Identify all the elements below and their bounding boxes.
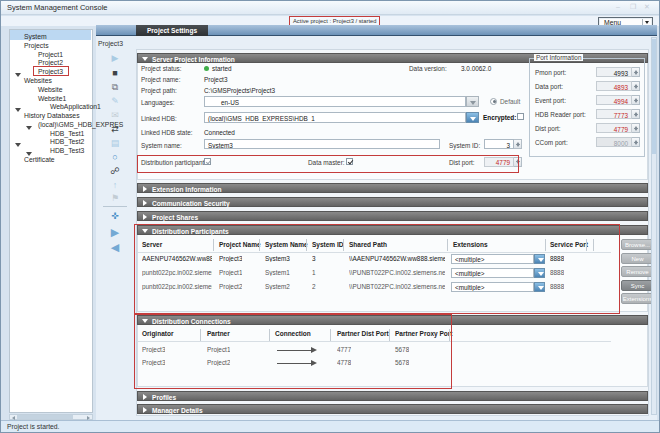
tree-item-hdb-test1[interactable]: HDB_Test1 [50,130,84,137]
event-port-input[interactable]: 4994 [596,95,632,105]
col-system-id[interactable]: System ID [312,241,343,248]
tree-item-system[interactable]: System [24,33,47,40]
extensions-combo[interactable]: <multiple> [451,282,534,292]
extensions-combo[interactable]: <multiple> [451,254,534,264]
dist-port-info-spinner[interactable] [632,123,640,133]
ccom-port-spinner[interactable] [632,137,640,147]
stop-project-icon[interactable]: ■ [100,68,130,78]
tree-item-projects[interactable]: Projects [24,42,49,49]
scroll-left-icon[interactable] [12,416,15,420]
tree-item-webapplication1[interactable]: WebApplication1 [50,103,101,110]
sync-button[interactable]: Sync [621,280,654,291]
col-connection[interactable]: Connection [275,330,311,337]
data-port-input[interactable]: 4893 [596,81,632,91]
col-partner[interactable]: Partner [207,330,230,337]
extensions-dropdown-icon[interactable] [534,254,545,264]
tree-expand-icon[interactable] [26,126,32,130]
tree-item-hdb-test3[interactable]: HDB_Test3 [50,147,84,154]
refresh-icon[interactable]: ○ [100,152,130,162]
system-tree: System Projects Project1 Project2 Projec… [9,29,93,413]
remove-button[interactable]: Remove [621,266,654,277]
new-button[interactable]: New [621,253,654,264]
tree-item-history-databases[interactable]: History Databases [24,112,80,119]
col-server[interactable]: Server [142,241,162,248]
scroll-right-icon[interactable] [87,416,90,420]
scrollbar-thumb[interactable] [652,39,656,154]
message-icon[interactable]: ✉ [100,110,130,120]
tree-item-project3[interactable]: Project3 [38,68,63,75]
close-icon[interactable]: ✕ [644,3,650,11]
hdb-reader-port-spinner[interactable] [632,109,640,119]
tree-item-website[interactable]: Website [38,86,62,93]
upload-icon[interactable]: ↑ [100,180,130,190]
minimize-icon[interactable]: – [616,3,620,10]
copy-project-icon[interactable]: ⧉ [100,82,130,92]
col-system-name[interactable]: System Name [265,241,308,248]
col-extensions[interactable]: Extensions [453,241,488,248]
pmon-port-spinner[interactable] [632,67,640,77]
section-profiles[interactable]: Profiles [137,391,648,401]
history-back-icon[interactable]: ◀ [100,242,130,252]
browse-button[interactable]: Browse... [621,239,654,250]
linked-hdb-combo[interactable]: (local)\GMS_HDB_EXPRESS\HDB_1 [204,112,466,123]
pmon-port-input[interactable]: 4993 [596,67,632,77]
section-communication-security[interactable]: Communication Security [137,197,648,207]
system-id-input[interactable]: 3 [484,139,514,149]
system-name-input[interactable]: System3 [204,139,440,149]
section-manager-details[interactable]: Manager Details [137,404,648,414]
tree-item-project1[interactable]: Project1 [38,51,63,58]
extensions-dropdown-icon[interactable] [534,282,545,292]
tree-expand-icon[interactable] [15,73,21,77]
col-originator[interactable]: Originator [142,330,173,337]
tree-item-websites[interactable]: Websites [24,77,52,84]
tree-horizontal-scrollbar[interactable] [9,414,93,420]
section-distribution-connections[interactable]: Distribution Connections [137,315,648,325]
distribution-participant-checkbox[interactable] [204,158,211,165]
share-icon[interactable]: ☍ [100,166,130,176]
tree-item-certificate[interactable]: Certificate [24,156,55,163]
section-extension-information[interactable]: Extension Information [137,183,648,193]
section-project-shares[interactable]: Project Shares [137,211,648,221]
tree-item-website1[interactable]: Website1 [38,95,66,102]
extensions-combo[interactable]: <multiple> [451,268,534,278]
system-id-spinner[interactable] [514,139,522,149]
vertical-scrollbar[interactable] [651,37,657,415]
linked-hdb-dropdown-icon[interactable] [466,112,479,123]
ccom-port-input[interactable]: 8000 [596,137,632,147]
compare-icon[interactable]: ⇄ [100,124,130,134]
connection-arrow-icon [277,350,311,351]
dist-port-spinner[interactable] [514,157,522,167]
col-shared-path[interactable]: Shared Path [349,241,387,248]
languages-dropdown-icon[interactable] [466,96,479,107]
col-service-port[interactable]: Service Port [550,241,588,248]
tree-expand-icon[interactable] [15,108,21,112]
tree-expand-icon[interactable] [26,152,32,156]
dist-port-input[interactable]: 4779 [484,157,514,167]
flag-icon[interactable]: ⚑ [100,193,130,203]
col-partner-dist-port[interactable]: Partner Dist Port [337,330,389,337]
tree-item-project2[interactable]: Project2 [38,59,63,66]
maximize-icon[interactable]: ❐ [630,3,636,11]
col-project-name[interactable]: Project Name [219,241,261,248]
encrypted-checkbox[interactable] [517,113,524,120]
extensions-button[interactable]: Extensions [621,293,654,304]
event-port-spinner[interactable] [632,95,640,105]
history-forward-icon[interactable]: ▶ [100,227,130,237]
compass-icon[interactable]: ✜ [100,211,130,221]
tree-expand-icon[interactable] [15,143,21,147]
save-icon[interactable]: ▤ [100,138,130,148]
start-project-icon[interactable]: ▶ [100,53,130,63]
tab-project-settings[interactable]: Project Settings [136,25,208,36]
tree-item-hdb-test2[interactable]: HDB_Test2 [50,138,84,145]
hdb-reader-port-input[interactable]: 7773 [596,109,632,119]
edit-project-icon[interactable]: ✎ [100,96,130,106]
languages-combo[interactable]: en-US [204,96,466,107]
data-master-checkbox[interactable] [346,158,353,165]
data-port-spinner[interactable] [632,81,640,91]
dist-port-info-input[interactable]: 4779 [596,123,632,133]
scrollbar-thumb[interactable] [17,415,73,419]
extensions-dropdown-icon[interactable] [534,268,545,278]
section-distribution-participants[interactable]: Distribution Participants [137,225,648,235]
default-radio[interactable] [490,98,497,105]
col-partner-proxy-port[interactable]: Partner Proxy Port [395,330,452,337]
